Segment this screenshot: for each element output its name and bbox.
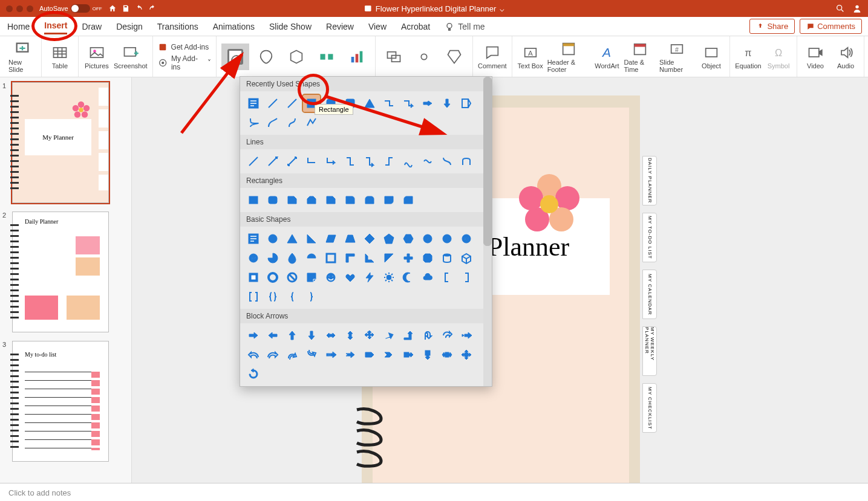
rect6[interactable] (342, 192, 359, 208)
arrow-curved-u[interactable] (284, 346, 301, 363)
search-icon[interactable] (835, 4, 845, 13)
basic-brackets[interactable] (245, 288, 262, 305)
document-title[interactable]: Flower Hyperlinked Digital Planner ⌵ (364, 4, 504, 13)
textbox-button[interactable]: AText Box (517, 44, 544, 69)
shapes-dropdown[interactable]: Recently Used Shapes Lines Rectangles (240, 76, 492, 387)
tab-insert[interactable]: Insert (44, 18, 67, 34)
arrow-notched2[interactable] (342, 346, 359, 363)
basic-halfframe[interactable] (361, 250, 378, 267)
basic-heart[interactable] (342, 269, 359, 286)
basic-smiley[interactable] (322, 269, 339, 286)
tab-view[interactable]: View (368, 19, 387, 34)
icons-button[interactable] (253, 48, 279, 65)
basic-moon[interactable] (400, 269, 417, 286)
shape-textbox[interactable] (245, 95, 262, 112)
arrow-left[interactable] (264, 327, 281, 344)
basic-cube[interactable] (458, 250, 475, 267)
basic-chord[interactable] (303, 250, 320, 267)
shapes-button[interactable] (221, 44, 249, 70)
shape-connector[interactable] (380, 95, 397, 112)
equation-button[interactable]: πEquation (735, 44, 762, 69)
shape-arrow-down[interactable] (439, 95, 455, 112)
scrollbar[interactable] (483, 77, 492, 386)
rect3[interactable] (284, 192, 301, 208)
link-button[interactable] (411, 48, 437, 65)
arrow-bentlr[interactable] (380, 327, 397, 344)
shape-elbow1[interactable] (303, 153, 320, 170)
basic-octagon[interactable]: 8 (439, 230, 455, 247)
basic-can[interactable] (439, 250, 455, 267)
basic-rbracket[interactable] (458, 269, 475, 286)
shape-line-a[interactable] (245, 153, 262, 170)
basic-lbracket[interactable] (439, 269, 455, 286)
arrow-curved-l[interactable] (245, 346, 262, 363)
arrow-callout-r[interactable] (400, 346, 417, 363)
tell-me[interactable]: Tell me (445, 22, 485, 31)
arrow-down[interactable] (303, 327, 320, 344)
shape-curved4[interactable] (458, 153, 475, 170)
header-footer-button[interactable]: Header & Footer (547, 40, 590, 73)
comments-button[interactable]: Comments (800, 19, 862, 34)
basic-frame[interactable] (322, 250, 339, 267)
slide-thumbnails[interactable]: 1 My Planner 2 Daily Planner 3 My to-do … (0, 77, 132, 483)
shape-curve3[interactable] (284, 114, 301, 131)
basic-hexagon[interactable] (400, 230, 417, 247)
shape-curved3[interactable] (439, 153, 455, 170)
shape-freeform[interactable] (303, 114, 320, 131)
autosave-toggle[interactable]: AutoSave OFF (39, 4, 102, 13)
basic-plus[interactable] (400, 250, 417, 267)
chart-button[interactable] (344, 48, 370, 65)
object-button[interactable]: Object (698, 44, 725, 69)
arrow-notched[interactable] (458, 327, 475, 344)
basic-lbrace[interactable] (284, 288, 301, 305)
arrow-right[interactable] (245, 327, 262, 344)
tab-home[interactable]: Home (7, 19, 30, 34)
thumbnail-1[interactable]: 1 My Planner (2, 82, 129, 203)
arrow-up[interactable] (284, 327, 301, 344)
arrow-lr[interactable] (322, 327, 339, 344)
shape-line2[interactable] (284, 95, 301, 112)
basic-diamond[interactable] (361, 230, 378, 247)
basic-parallelogram[interactable] (322, 230, 339, 247)
basic-circle[interactable] (264, 230, 281, 247)
audio-button[interactable]: Audio (832, 44, 859, 69)
rect7[interactable] (361, 192, 378, 208)
basic-sun[interactable] (380, 269, 397, 286)
notes-pane[interactable]: Click to add notes (0, 483, 868, 501)
table-button[interactable]: Table (47, 44, 73, 69)
basic-lightning[interactable] (361, 269, 378, 286)
rect2[interactable] (264, 192, 281, 208)
thumbnail-3[interactable]: 3 My to-do list (2, 341, 129, 462)
shape-line[interactable] (264, 95, 281, 112)
arrow-curved-r2[interactable] (264, 346, 281, 363)
shape-curved1[interactable] (400, 153, 417, 170)
video-button[interactable]: Video (802, 44, 829, 69)
get-addins-button[interactable]: Get Add-ins (158, 42, 211, 52)
my-addins-button[interactable]: My Add-ins ˅ (158, 54, 211, 71)
home-icon[interactable] (108, 4, 117, 13)
toggle-icon[interactable] (71, 4, 90, 13)
basic-lframe[interactable] (342, 250, 359, 267)
arrow-quad[interactable] (361, 327, 378, 344)
basic-nosmoking[interactable] (284, 269, 301, 286)
share-button[interactable]: Share (749, 19, 795, 34)
wordart-button[interactable]: AWordArt (593, 44, 620, 69)
arrow-pentagon[interactable] (361, 346, 378, 363)
shape-elbow4[interactable] (361, 153, 378, 170)
tab-design[interactable]: Design (116, 19, 143, 34)
arrow-chevron[interactable] (380, 346, 397, 363)
basic-dodecagon[interactable]: 12 (245, 250, 262, 267)
basic-trapezoid[interactable] (342, 230, 359, 247)
basic-tear[interactable] (284, 250, 301, 267)
basic-rtriangle[interactable] (303, 230, 320, 247)
thumbnail-2[interactable]: 2 Daily Planner (2, 212, 129, 332)
zoom-button[interactable] (380, 48, 407, 65)
rect9[interactable] (400, 192, 417, 208)
shape-elbow3[interactable] (342, 153, 359, 170)
datetime-button[interactable]: Date & Time (624, 40, 656, 73)
arrow-callout-quad[interactable] (458, 346, 475, 363)
smartart-button[interactable] (313, 48, 340, 65)
chevron-down-icon[interactable]: ⌵ (500, 4, 504, 13)
basic-pie[interactable] (264, 250, 281, 267)
arrow-circular[interactable] (245, 366, 262, 383)
